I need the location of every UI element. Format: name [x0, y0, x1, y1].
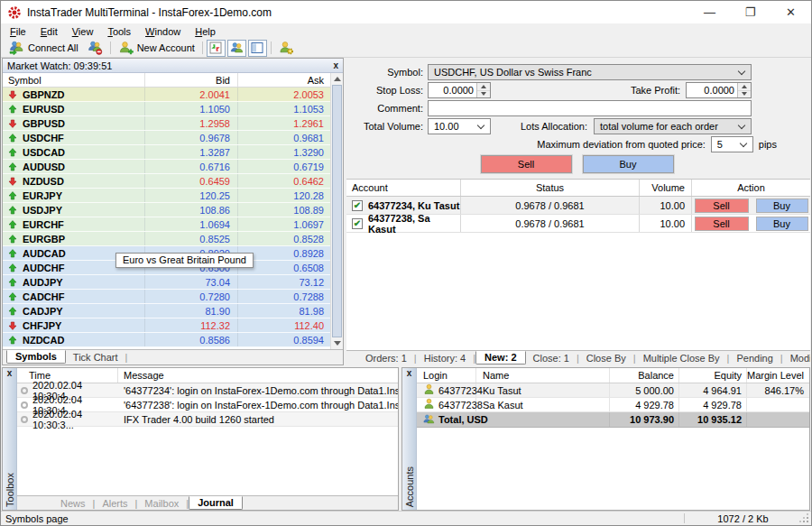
scroll-down-icon[interactable] [331, 337, 343, 349]
market-watch-row[interactable]: AUDUSD0.67160.6719 [3, 160, 330, 174]
scroll-up-icon[interactable] [331, 73, 343, 85]
menu-edit[interactable]: Edit [33, 25, 65, 38]
toolbox-close-icon[interactable]: x [7, 368, 13, 380]
market-watch-row[interactable]: EURCHF1.06941.0697 [3, 217, 330, 232]
log-message: '64377234': login on InstaForex-1Demo.co… [118, 385, 398, 396]
new-account-button[interactable]: New Account [114, 40, 199, 57]
accounts-toggle-button[interactable] [227, 40, 246, 57]
maximize-button[interactable]: ❐ [730, 1, 770, 23]
market-watch-row[interactable]: EURUSD1.10501.1053 [3, 102, 330, 116]
order-tab-close-1[interactable]: Close: 1 [526, 352, 577, 365]
order-tab-multiple-close-by[interactable]: Multiple Close By [636, 352, 727, 365]
log-entry-icon [21, 387, 28, 394]
column-header-equity[interactable]: Equity [679, 368, 747, 383]
menu-window[interactable]: Window [138, 25, 188, 38]
minimize-button[interactable]: — [689, 1, 730, 23]
market-watch-row[interactable]: CADCHF0.72800.7288 [3, 290, 330, 304]
menu-tools[interactable]: Tools [100, 25, 138, 38]
account-person-icon [423, 398, 438, 411]
row-buy-button[interactable]: Buy [756, 198, 808, 213]
stop-loss-input[interactable]: 0.0000 [428, 82, 491, 98]
accounts-close-icon[interactable]: x [407, 368, 412, 380]
menu-file[interactable]: File [3, 25, 33, 38]
spinner-buttons[interactable] [737, 83, 751, 97]
row-sell-button[interactable]: Sell [695, 198, 749, 213]
order-tab-new-2[interactable]: New: 2 [475, 351, 525, 365]
spin-up-icon[interactable] [477, 83, 490, 91]
connect-all-button[interactable]: Connect All [5, 40, 83, 57]
toolbox-tab-alerts[interactable]: Alerts [95, 497, 134, 510]
row-sell-button[interactable]: Sell [695, 217, 749, 231]
column-header-margin-level[interactable]: Margin Level [747, 368, 809, 383]
checkbox[interactable]: ✔ [352, 200, 363, 211]
menu-view[interactable]: View [65, 25, 101, 38]
log-entry-icon [21, 416, 28, 423]
spin-down-icon[interactable] [477, 91, 490, 98]
status-value: 0.9678 / 0.9681 [461, 197, 640, 214]
spin-down-icon[interactable] [738, 91, 751, 98]
column-header-symbol[interactable]: Symbol [3, 73, 145, 87]
column-header-ask[interactable]: Ask [238, 73, 330, 87]
toolbar: Connect All New Account [1, 39, 811, 58]
market-watch-scrollbar[interactable] [330, 73, 343, 349]
spinner-buttons[interactable] [476, 83, 490, 97]
comment-input[interactable] [428, 100, 752, 116]
column-header-balance[interactable]: Balance [610, 368, 679, 383]
buy-button[interactable]: Buy [583, 155, 674, 173]
column-header-login[interactable]: Login [417, 368, 476, 383]
spin-up-icon[interactable] [738, 83, 751, 91]
column-header-account[interactable]: Account [346, 180, 461, 196]
toolbox-tab-news[interactable]: News [53, 497, 93, 510]
market-watch-row[interactable]: EURJPY120.25120.28 [3, 189, 330, 203]
trade-table-row[interactable]: ✔64377238, Sa Kasut0.9678 / 0.968110.00S… [346, 215, 810, 233]
disconnect-all-button[interactable] [83, 40, 107, 57]
market-watch-row[interactable]: CADJPY81.9081.98 [3, 304, 330, 318]
column-header-action[interactable]: Action [692, 180, 810, 196]
options-button[interactable] [274, 40, 299, 57]
checkbox[interactable]: ✔ [352, 218, 363, 229]
column-header-bid[interactable]: Bid [145, 73, 238, 87]
order-tab-pending[interactable]: Pending [729, 352, 780, 365]
total-volume-select[interactable]: 10.00 [428, 118, 491, 134]
sell-button[interactable]: Sell [481, 155, 572, 173]
column-header-volume[interactable]: Volume [640, 180, 692, 196]
market-watch-tab-symbols[interactable]: Symbols [6, 350, 66, 364]
account-row[interactable]: 64377238Sa Kasut4 929.784 929.78 [417, 398, 809, 412]
market-watch-row[interactable]: GBPNZD2.00412.0053 [3, 88, 330, 102]
lots-allocation-select[interactable]: total volume for each order [594, 118, 752, 134]
market-watch-row[interactable]: CHFJPY112.32112.40 [3, 318, 330, 333]
close-button[interactable]: ✕ [770, 1, 811, 23]
column-header-message[interactable]: Message [118, 370, 398, 381]
journal-row[interactable]: 2020.02.04 10:30:3...IFX Trader 4.00 bui… [17, 412, 398, 427]
row-buy-button[interactable]: Buy [756, 217, 808, 231]
toolbox-tab-mailbox[interactable]: Mailbox [137, 497, 186, 510]
column-header-status[interactable]: Status [461, 180, 640, 196]
market-watch-tabs: SymbolsTick Chart| [3, 349, 343, 365]
market-watch-row[interactable]: GBPUSD1.29581.2961 [3, 116, 330, 131]
order-tab-history-4[interactable]: History: 4 [417, 352, 473, 365]
market-watch-row[interactable]: EURGBP0.85250.8528 [3, 232, 330, 246]
menu-help[interactable]: Help [188, 25, 223, 38]
order-tab-modify[interactable]: Modify [783, 352, 810, 365]
scrollbar-thumb[interactable] [332, 85, 342, 337]
market-watch-row[interactable]: NZDCAD0.85860.8594 [3, 333, 330, 347]
toolbox-tab-journal[interactable]: Journal [189, 496, 243, 510]
market-watch-row[interactable]: USDCHF0.96780.9681 [3, 131, 330, 145]
max-deviation-select[interactable]: 5 [711, 136, 753, 152]
market-watch-row[interactable]: USDCAD1.32871.3290 [3, 145, 330, 160]
account-row[interactable]: 64377234Ku Tasut5 000.004 964.91846.17% [417, 383, 809, 398]
order-tab-orders-1[interactable]: Orders: 1 [358, 352, 414, 365]
market-watch-row[interactable]: NZDUSD0.64590.6462 [3, 174, 330, 189]
toolbox-toggle-button[interactable] [248, 40, 267, 57]
take-profit-input[interactable]: 0.0000 [686, 82, 752, 98]
main-area: Market Watch: 09:39:51 x Symbol Bid Ask … [1, 58, 811, 365]
market-watch-row[interactable]: AUDJPY73.0473.12 [3, 275, 330, 290]
market-watch-close-icon[interactable]: x [333, 61, 338, 70]
order-tab-close-by[interactable]: Close By [579, 352, 633, 365]
market-watch-tab-tick-chart[interactable]: Tick Chart [66, 351, 125, 364]
market-watch-row[interactable]: USDJPY108.86108.89 [3, 203, 330, 217]
symbol-select[interactable]: USDCHF, US Dollar vs Swiss Franc [428, 64, 752, 80]
column-header-name[interactable]: Name [476, 368, 610, 383]
market-watch-toggle-button[interactable] [207, 40, 226, 57]
resize-grip[interactable] [807, 521, 808, 522]
